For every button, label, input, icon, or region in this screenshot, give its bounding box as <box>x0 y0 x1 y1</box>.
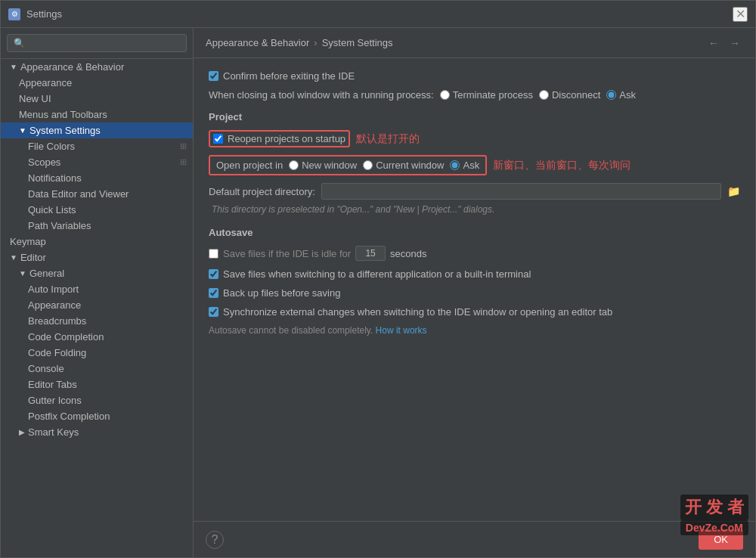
save-on-switch-row: Save files when switching to a different… <box>209 268 740 280</box>
sidebar-item-new-ui[interactable]: New UI <box>1 91 193 107</box>
back-button[interactable]: ← <box>705 36 722 51</box>
ok-button[interactable]: OK <box>699 529 743 550</box>
main-content: ▼ Appearance & Behavior Appearance New U… <box>1 28 755 557</box>
expand-arrow-smart: ▶ <box>19 428 25 436</box>
forward-button[interactable]: → <box>727 36 743 51</box>
help-button[interactable]: ? <box>206 531 224 549</box>
sidebar-item-auto-import[interactable]: Auto Import <box>1 281 193 297</box>
radio-ask[interactable]: Ask <box>606 89 636 101</box>
sync-external-label[interactable]: Synchronize external changes when switch… <box>223 306 612 318</box>
tool-window-row: When closing a tool window with a runnin… <box>209 89 740 101</box>
expand-arrow: ▼ <box>10 63 17 71</box>
save-idle-label[interactable]: Save files if the IDE is idle for <box>223 248 351 259</box>
sidebar-item-notifications[interactable]: Notifications <box>1 170 193 186</box>
footer: ? OK <box>194 521 755 557</box>
sidebar-item-smart-keys[interactable]: ▶ Smart Keys <box>1 424 193 440</box>
sidebar-item-system-settings[interactable]: ▼ System Settings <box>1 122 193 138</box>
sidebar-item-console[interactable]: Console <box>1 361 193 377</box>
default-dir-row: Default project directory: 📁 <box>209 183 740 200</box>
sidebar-item-appearance-behavior[interactable]: ▼ Appearance & Behavior <box>1 59 193 75</box>
radio-ask-project[interactable]: Ask <box>450 160 479 171</box>
window-title: Settings <box>26 8 62 20</box>
reopen-projects-checkbox[interactable] <box>213 134 223 144</box>
sidebar-item-keymap[interactable]: Keymap <box>1 234 193 250</box>
reopen-annotation: 默认是打开的 <box>356 132 420 146</box>
radio-new-window[interactable]: New window <box>289 160 357 171</box>
search-input[interactable] <box>7 34 187 52</box>
new-window-radio[interactable] <box>289 160 299 170</box>
idle-seconds-input[interactable] <box>355 246 386 261</box>
sync-external-checkbox[interactable] <box>209 307 218 317</box>
save-on-switch-label[interactable]: Save files when switching to a different… <box>223 268 531 280</box>
radio-disconnect[interactable]: Disconnect <box>539 89 600 101</box>
browse-dir-button[interactable]: 📁 <box>727 185 740 197</box>
breadcrumb-bar: Appearance & Behavior › System Settings … <box>194 28 755 58</box>
sidebar-item-editor-tabs[interactable]: Editor Tabs <box>1 377 193 392</box>
autosave-section-title: Autosave <box>209 227 740 238</box>
backup-files-checkbox[interactable] <box>209 288 218 298</box>
settings-window: ⚙ Settings ✕ ▼ Appearance & Behavior App… <box>0 0 756 558</box>
dir-hint: This directory is preselected in "Open..… <box>209 204 740 215</box>
sidebar-item-menus-toolbars[interactable]: Menus and Toolbars <box>1 107 193 122</box>
breadcrumb-separator: › <box>314 37 317 48</box>
confirm-exit-label[interactable]: Confirm before exiting the IDE <box>223 70 355 82</box>
project-section-title: Project <box>209 111 740 122</box>
expand-arrow-editor: ▼ <box>10 253 17 262</box>
sidebar-item-editor[interactable]: ▼ Editor <box>1 250 193 265</box>
sidebar-item-quick-lists[interactable]: Quick Lists <box>1 202 193 218</box>
breadcrumb-nav: ← → <box>705 36 743 51</box>
sidebar-item-appearance[interactable]: Appearance <box>1 75 193 91</box>
ask-label: Ask <box>619 89 636 101</box>
search-bar <box>1 28 193 59</box>
expand-arrow-general: ▼ <box>19 269 26 277</box>
how-it-works-link[interactable]: How it works <box>376 325 427 336</box>
reopen-highlight-box: Reopen projects on startup <box>209 130 350 147</box>
ask-project-label: Ask <box>463 160 479 171</box>
terminate-label: Terminate process <box>453 89 533 101</box>
ask-radio[interactable] <box>606 90 616 100</box>
sidebar-item-appearance2[interactable]: Appearance <box>1 297 193 313</box>
autosave-idle-row: Save files if the IDE is idle for second… <box>209 246 740 261</box>
save-idle-checkbox[interactable] <box>209 249 218 259</box>
radio-terminate[interactable]: Terminate process <box>440 89 533 101</box>
reopen-projects-row: Reopen projects on startup 默认是打开的 <box>209 130 740 147</box>
breadcrumb-current: System Settings <box>322 37 393 48</box>
sidebar: ▼ Appearance & Behavior Appearance New U… <box>1 28 194 557</box>
sidebar-item-code-completion[interactable]: Code Completion <box>1 329 193 345</box>
radio-current-window[interactable]: Current window <box>363 160 444 171</box>
sidebar-item-postfix-completion[interactable]: Postfix Completion <box>1 408 193 424</box>
terminate-radio[interactable] <box>440 90 450 100</box>
confirm-exit-row: Confirm before exiting the IDE <box>209 70 740 82</box>
confirm-exit-checkbox[interactable] <box>209 71 218 81</box>
sidebar-item-file-colors[interactable]: File Colors ⊞ <box>1 138 193 154</box>
ask-project-radio[interactable] <box>450 160 460 170</box>
sidebar-item-general[interactable]: ▼ General <box>1 265 193 281</box>
sidebar-item-path-variables[interactable]: Path Variables <box>1 218 193 234</box>
sync-external-row: Synchronize external changes when switch… <box>209 306 740 318</box>
sidebar-item-code-folding[interactable]: Code Folding <box>1 345 193 361</box>
backup-files-label[interactable]: Back up files before saving <box>223 287 340 299</box>
sidebar-item-gutter-icons[interactable]: Gutter Icons <box>1 392 193 408</box>
default-dir-input[interactable] <box>321 183 721 200</box>
disconnect-radio[interactable] <box>539 90 549 100</box>
reopen-projects-label[interactable]: Reopen projects on startup <box>228 133 345 144</box>
seconds-label: seconds <box>390 248 426 259</box>
close-button[interactable]: ✕ <box>733 7 748 22</box>
title-bar: ⚙ Settings ✕ <box>1 1 755 28</box>
open-project-highlight: Open project in New window Current windo… <box>209 155 487 175</box>
new-window-label: New window <box>302 160 357 171</box>
save-on-switch-checkbox[interactable] <box>209 269 218 279</box>
open-project-label: Open project in <box>216 160 283 171</box>
sidebar-item-data-editor[interactable]: Data Editor and Viewer <box>1 186 193 202</box>
open-project-annotation: 新窗口、当前窗口、每次询问 <box>493 159 631 172</box>
default-dir-label: Default project directory: <box>209 186 315 197</box>
sidebar-item-scopes[interactable]: Scopes ⊞ <box>1 154 193 170</box>
disconnect-label: Disconnect <box>552 89 600 101</box>
current-window-radio[interactable] <box>363 160 373 170</box>
open-project-row: Open project in New window Current windo… <box>209 155 740 175</box>
current-window-label: Current window <box>376 160 444 171</box>
settings-icon2: ⊞ <box>180 157 187 167</box>
sidebar-item-breadcrumbs[interactable]: Breadcrumbs <box>1 313 193 329</box>
autosave-note: Autosave cannot be disabled completely. … <box>209 325 740 336</box>
settings-icon: ⊞ <box>180 141 187 151</box>
